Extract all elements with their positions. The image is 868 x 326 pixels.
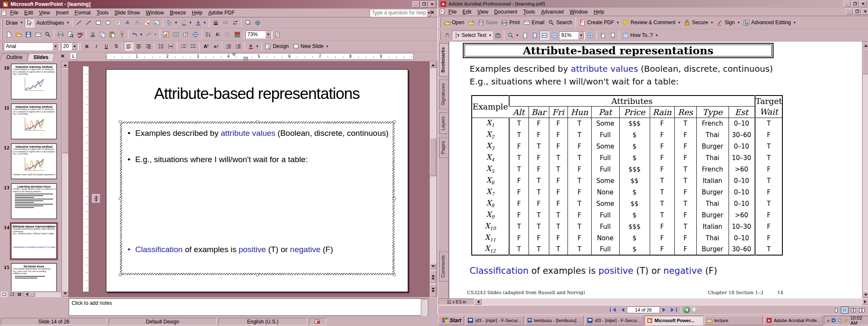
resize-handle[interactable] bbox=[119, 197, 122, 200]
select-pointer-button[interactable] bbox=[25, 18, 34, 28]
draw-menu-button[interactable]: Draw▼ bbox=[4, 18, 25, 28]
slideshow-view-button[interactable] bbox=[16, 292, 23, 297]
panel-close-icon[interactable]: ✕ bbox=[59, 53, 66, 59]
open-button[interactable] bbox=[14, 30, 23, 39]
scroll-up-icon[interactable] bbox=[62, 62, 69, 68]
select-text-button[interactable]: TSelect Text▼ bbox=[452, 31, 493, 40]
increase-font-button[interactable]: A bbox=[201, 42, 211, 51]
taskbar-button[interactable]: lecture bbox=[704, 316, 763, 325]
page-actual-button[interactable] bbox=[520, 31, 530, 40]
align-center-button[interactable] bbox=[134, 42, 143, 51]
show-grid-button[interactable] bbox=[223, 30, 233, 39]
new-slide-button[interactable]: New Slide▼ bbox=[291, 42, 330, 51]
show-formatting-button[interactable]: A bbox=[213, 30, 223, 39]
align-right-button[interactable] bbox=[143, 42, 153, 51]
advanced-editing-button[interactable]: Advanced Editing▼ bbox=[742, 18, 798, 27]
search-button[interactable] bbox=[43, 30, 53, 39]
chevron-down-icon[interactable]: ▼ bbox=[53, 43, 58, 50]
slide-canvas[interactable]: Attribute-based representations bbox=[106, 69, 408, 292]
page-fit-button[interactable] bbox=[530, 31, 540, 40]
underline-button[interactable]: U bbox=[101, 42, 111, 51]
menu-document[interactable]: Document bbox=[491, 8, 520, 16]
hanging-indent-marker[interactable] bbox=[244, 57, 248, 60]
slide-thumbnail[interactable]: Inductive learning method• Construct/adj… bbox=[11, 64, 57, 99]
first-line-indent-marker[interactable] bbox=[232, 53, 236, 59]
resize-handle[interactable] bbox=[119, 273, 122, 276]
minimize-button[interactable]: _ bbox=[412, 1, 420, 8]
italic-button[interactable]: I bbox=[92, 42, 101, 51]
tab-pages[interactable]: Pages bbox=[439, 137, 448, 158]
design-button[interactable]: Design bbox=[263, 42, 291, 51]
line-tool-button[interactable] bbox=[74, 18, 83, 28]
chevron-down-icon[interactable]: ▼ bbox=[578, 32, 584, 39]
tables-borders-button[interactable] bbox=[181, 30, 191, 39]
chevron-down-icon[interactable]: ▼ bbox=[265, 31, 271, 38]
restore-button[interactable]: ❐ bbox=[854, 8, 861, 15]
save-button[interactable] bbox=[23, 30, 33, 39]
menu-window[interactable]: Window bbox=[567, 8, 591, 16]
copy-button[interactable] bbox=[97, 30, 107, 39]
distribute-button[interactable] bbox=[166, 42, 175, 51]
resize-handle[interactable] bbox=[393, 273, 396, 276]
pdf-page[interactable]: Attribute-based representations Examples… bbox=[450, 42, 862, 298]
search-button[interactable]: Search bbox=[546, 18, 574, 27]
menu-file[interactable]: File bbox=[7, 9, 21, 17]
clip-art-tool-button[interactable] bbox=[142, 18, 152, 28]
font-color-tool-button[interactable]: A▼ bbox=[193, 18, 208, 28]
print-button[interactable]: Print bbox=[500, 18, 522, 27]
close-button[interactable]: ✕ bbox=[862, 8, 868, 15]
menu-edit[interactable]: Edit bbox=[459, 8, 474, 16]
menu-view[interactable]: View bbox=[36, 9, 53, 17]
hand-tool-button[interactable] bbox=[442, 31, 452, 40]
next-view-button[interactable] bbox=[691, 306, 698, 313]
secure-button[interactable]: Secure▼ bbox=[682, 18, 715, 27]
scroll-thumb[interactable] bbox=[430, 138, 436, 176]
insert-hyperlink-button[interactable] bbox=[191, 30, 200, 39]
menu-insert[interactable]: Insert bbox=[53, 9, 72, 17]
slide-thumbnail[interactable]: Inductive learning method• Construct/adj… bbox=[11, 143, 57, 179]
next-page-button[interactable] bbox=[661, 306, 669, 314]
zoom-minus-button[interactable] bbox=[549, 31, 559, 40]
zoom-level-input[interactable]: 73%▼ bbox=[245, 31, 273, 39]
first-page-button[interactable] bbox=[609, 306, 617, 314]
bullet-examples[interactable]: Examples described by attribute values (… bbox=[126, 127, 390, 139]
shadow-style-tool-button[interactable] bbox=[243, 18, 253, 28]
line-color-tool-button[interactable]: ▼ bbox=[179, 18, 193, 28]
create-pdf-button[interactable]: Create PDF▼ bbox=[577, 18, 620, 27]
decrease-indent-button[interactable] bbox=[223, 42, 233, 51]
print-preview-button[interactable] bbox=[65, 30, 75, 39]
chevron-down-icon[interactable]: ▼ bbox=[72, 43, 78, 50]
next-slide-button[interactable] bbox=[430, 284, 436, 297]
open-button[interactable]: Open bbox=[442, 18, 466, 27]
increase-indent-button[interactable] bbox=[233, 42, 243, 51]
scroll-left-icon[interactable] bbox=[475, 299, 481, 305]
editor-vscrollbar[interactable] bbox=[429, 61, 437, 297]
redo-button[interactable]: ▼ bbox=[144, 30, 159, 39]
taskbar-button[interactable]: tembusu - [tembusu] ... bbox=[525, 316, 584, 325]
tab-layers[interactable]: Layers bbox=[439, 112, 448, 134]
menu-breeze[interactable]: Breeze bbox=[167, 9, 189, 17]
clock[interactable]: 10:02 AM bbox=[850, 315, 866, 326]
line-style-tool-button[interactable] bbox=[211, 18, 220, 28]
insert-picture-tool-button[interactable] bbox=[152, 18, 161, 28]
font-name-input[interactable]: Arial▼ bbox=[4, 42, 60, 51]
scroll-down-icon[interactable] bbox=[430, 263, 436, 270]
slide-thumbnail[interactable]: Attribute-based representations• Example… bbox=[11, 223, 57, 259]
scroll-thumb[interactable] bbox=[29, 292, 35, 297]
start-button[interactable]: Start bbox=[438, 316, 464, 325]
expand-all-button[interactable] bbox=[203, 30, 213, 39]
print-button[interactable] bbox=[56, 30, 65, 39]
menu-tools[interactable]: Tools bbox=[94, 9, 111, 17]
menu-edit[interactable]: Edit bbox=[21, 9, 36, 17]
rectangle-tool-button[interactable] bbox=[93, 18, 103, 28]
folder-arrow-button[interactable] bbox=[466, 18, 476, 27]
color-grayscale-button[interactable] bbox=[233, 30, 242, 39]
arrow-tool-button[interactable] bbox=[83, 18, 93, 28]
decrease-font-button[interactable]: A bbox=[211, 42, 220, 51]
scroll-up-icon[interactable] bbox=[862, 42, 868, 48]
menu-file[interactable]: File bbox=[445, 8, 459, 16]
thumbnails-vscrollbar[interactable] bbox=[61, 61, 68, 297]
scroll-thumb[interactable] bbox=[62, 68, 69, 153]
slide-thumbnail[interactable]: Learning decision trees• Problem: decide… bbox=[11, 183, 57, 219]
font-color-button[interactable]: A▼ bbox=[246, 42, 260, 51]
